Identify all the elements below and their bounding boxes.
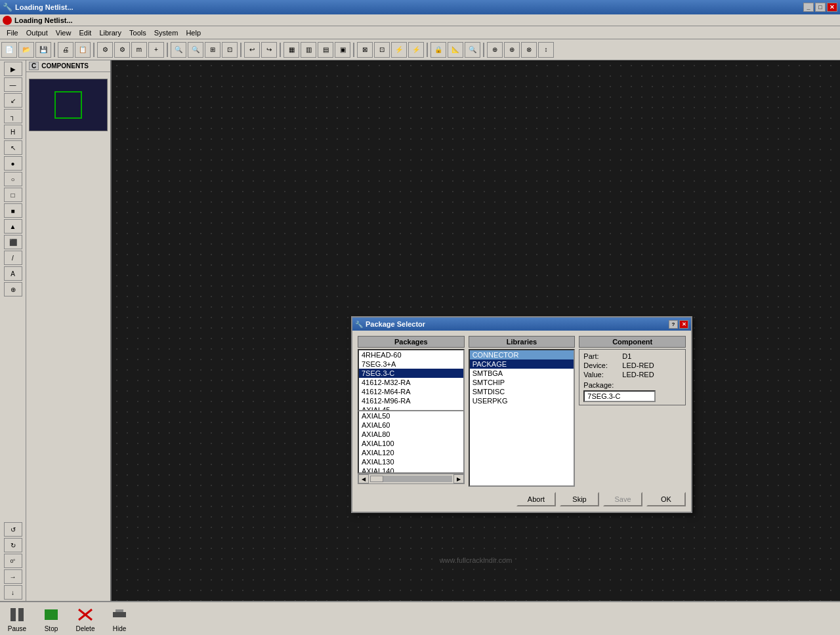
toolbar-zoom-box[interactable]: ⊡ — [222, 42, 238, 58]
scroll-track[interactable] — [370, 476, 452, 482]
toolbar-btn12[interactable]: ⊡ — [374, 42, 390, 58]
package-input[interactable] — [583, 390, 656, 402]
toolbar-btn3[interactable]: ⚙ — [97, 42, 113, 58]
toolbar-btn11[interactable]: ⊠ — [357, 42, 373, 58]
toolbar-btn14[interactable]: ⚡ — [408, 42, 424, 58]
tool-triangle[interactable]: ▲ — [4, 219, 22, 234]
toolbar-zoom-fit[interactable]: ⊞ — [205, 42, 220, 58]
tool-cross[interactable]: ⊕ — [4, 282, 22, 297]
menu-library[interactable]: Library — [95, 28, 125, 38]
pkg-axial50[interactable]: AXIAL50 — [359, 411, 463, 420]
toolbar-btn21[interactable]: ↕ — [538, 42, 554, 58]
menu-edit[interactable]: Edit — [75, 28, 95, 38]
tool-move-down[interactable]: ↓ — [4, 585, 22, 600]
lib-smtbga[interactable]: SMTBGA — [470, 369, 574, 378]
packages-list-2[interactable]: AXIAL50 AXIAL60 AXIAL80 AXIAL100 AXIAL12… — [358, 411, 465, 474]
tool-rotate-ccw[interactable]: ↺ — [4, 522, 22, 537]
save-button[interactable]: Save — [603, 492, 642, 506]
packages-list[interactable]: 4RHEAD-60 7SEG.3+A 7SEG.3-C 41612-M32-RA… — [358, 349, 465, 411]
tool-line[interactable]: — — [4, 77, 22, 92]
toolbar-btn13[interactable]: ⚡ — [391, 42, 407, 58]
dialog-close-button[interactable]: ✕ — [679, 320, 688, 329]
toolbar-print[interactable]: 🖨 — [58, 42, 74, 58]
tool-block[interactable]: ⬛ — [4, 235, 22, 249]
dialog-help-button[interactable]: ? — [669, 320, 678, 329]
pause-button[interactable]: Pause — [7, 605, 28, 632]
menu-help[interactable]: Help — [182, 28, 205, 38]
hide-button[interactable]: Hide — [109, 605, 130, 632]
toolbar-redo[interactable]: ↪ — [261, 42, 277, 58]
pkg-axial45[interactable]: AXIAL45 — [359, 405, 463, 411]
dialog-title-bar[interactable]: 🔧 Package Selector ? ✕ — [352, 318, 691, 331]
tool-move-right[interactable]: → — [4, 569, 22, 584]
toolbar-btn4[interactable]: ⚙ — [114, 42, 130, 58]
toolbar-zoom-in[interactable]: 🔍 — [171, 42, 186, 58]
libraries-list[interactable]: CONNECTOR PACKAGE SMTBGA SMTCHIP SMTDISC… — [469, 349, 576, 487]
toolbar-btn10[interactable]: ▣ — [335, 42, 350, 58]
menu-tools[interactable]: Tools — [125, 28, 150, 38]
toolbar-zoom-out[interactable]: 🔍 — [188, 42, 203, 58]
lib-connector[interactable]: CONNECTOR — [470, 350, 574, 359]
toolbar-save[interactable]: 💾 — [35, 42, 51, 58]
main-canvas[interactable]: 🔧 Package Selector ? ✕ Packages — [112, 60, 840, 601]
pkg-41612-m64[interactable]: 41612-M64-RA — [359, 387, 463, 396]
toolbar-new[interactable]: 📄 — [1, 42, 17, 58]
tool-square-fill[interactable]: ■ — [4, 203, 22, 218]
toolbar-btn9[interactable]: ▤ — [318, 42, 333, 58]
close-button[interactable]: ✕ — [827, 3, 837, 12]
tool-select[interactable]: ▶ — [4, 62, 22, 76]
menu-view[interactable]: View — [52, 28, 75, 38]
tool-square[interactable]: □ — [4, 188, 22, 202]
scroll-thumb[interactable] — [370, 476, 383, 482]
tool-circle-fill[interactable]: ● — [4, 156, 22, 171]
pkg-4rhead[interactable]: 4RHEAD-60 — [359, 350, 463, 359]
toolbar-btn8[interactable]: ▥ — [301, 42, 316, 58]
toolbar-undo[interactable]: ↩ — [244, 42, 260, 58]
scroll-left[interactable]: ◀ — [358, 474, 369, 483]
toolbar-btn18[interactable]: ⊕ — [487, 42, 503, 58]
pkg-axial100[interactable]: AXIAL100 — [359, 439, 463, 448]
pkg-axial130[interactable]: AXIAL130 — [359, 457, 463, 466]
lib-userpkg[interactable]: USERPKG — [470, 396, 574, 405]
toolbar-btn6[interactable]: + — [148, 42, 164, 58]
pkg-axial60[interactable]: AXIAL60 — [359, 420, 463, 430]
tool-arrow[interactable]: ↖ — [4, 140, 22, 155]
tool-rect[interactable]: ┐ — [4, 109, 22, 123]
tool-text[interactable]: A — [4, 266, 22, 281]
lib-package[interactable]: PACKAGE — [470, 359, 574, 369]
minimize-button[interactable]: _ — [803, 3, 814, 12]
menu-system[interactable]: System — [150, 28, 182, 38]
lib-smtdisc[interactable]: SMTDISC — [470, 387, 574, 396]
pkg-axial120[interactable]: AXIAL120 — [359, 448, 463, 457]
toolbar-btn5[interactable]: m — [131, 42, 147, 58]
tool-0deg[interactable]: 0° — [4, 554, 22, 568]
pkg-axial140[interactable]: AXIAL140 — [359, 466, 463, 474]
toolbar-btn15[interactable]: 🔒 — [430, 42, 446, 58]
title-bar-controls[interactable]: _ □ ✕ — [803, 3, 837, 12]
tool-circle[interactable]: ○ — [4, 172, 22, 186]
pkg-axial80[interactable]: AXIAL80 — [359, 430, 463, 439]
tool-h[interactable]: H — [4, 125, 22, 139]
menu-output[interactable]: Output — [22, 28, 52, 38]
toolbar-btn20[interactable]: ⊗ — [521, 42, 537, 58]
maximize-button[interactable]: □ — [815, 3, 826, 12]
pkg-41612-m96[interactable]: 41612-M96-RA — [359, 396, 463, 405]
packages-scrollbar[interactable]: ◀ ▶ — [358, 474, 465, 484]
tool-diag[interactable]: / — [4, 251, 22, 265]
pkg-7seg3c[interactable]: 7SEG.3-C — [359, 369, 463, 378]
stop-button[interactable]: Stop — [41, 605, 62, 632]
tool-arc[interactable]: ↙ — [4, 93, 22, 108]
toolbar-btn17[interactable]: 🔍 — [465, 42, 480, 58]
pkg-7seg3a[interactable]: 7SEG.3+A — [359, 359, 463, 369]
toolbar-btn2[interactable]: 📋 — [75, 42, 91, 58]
abort-button[interactable]: Abort — [516, 492, 556, 506]
scroll-right[interactable]: ▶ — [453, 474, 464, 483]
tool-rotate-cw[interactable]: ↻ — [4, 538, 22, 552]
delete-button[interactable]: Delete — [75, 605, 96, 632]
lib-smtchip[interactable]: SMTCHIP — [470, 378, 574, 387]
ok-button[interactable]: OK — [646, 492, 686, 506]
menu-file[interactable]: File — [3, 28, 22, 38]
pkg-41612-m32[interactable]: 41612-M32-RA — [359, 378, 463, 387]
toolbar-btn19[interactable]: ⊕ — [504, 42, 520, 58]
toolbar-btn16[interactable]: 📐 — [448, 42, 463, 58]
